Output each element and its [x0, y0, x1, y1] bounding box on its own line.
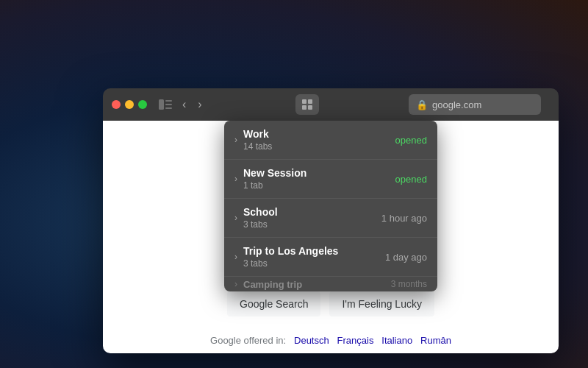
session-name-trip: Trip to Los Angeles — [243, 245, 379, 257]
session-name-work: Work — [243, 128, 390, 140]
maximize-button[interactable] — [138, 100, 147, 109]
nav-buttons: ‹ › — [178, 96, 207, 113]
traffic-lights — [112, 100, 147, 109]
tab-sessions-button[interactable] — [295, 94, 319, 115]
session-item-new-session[interactable]: › New Session 1 tab opened — [224, 160, 437, 199]
session-status-trip: 1 day ago — [385, 252, 427, 263]
svg-rect-2 — [165, 104, 172, 105]
session-name-new-session: New Session — [243, 167, 390, 179]
forward-button[interactable]: › — [193, 96, 206, 113]
sessions-dropdown: › Work 14 tabs opened › New Session 1 ta… — [224, 121, 437, 291]
lock-icon: 🔒 — [416, 99, 428, 110]
url-text: google.com — [432, 99, 481, 110]
session-info-new-session: New Session 1 tab — [243, 167, 390, 191]
session-item-trip[interactable]: › Trip to Los Angeles 3 tabs 1 day ago — [224, 238, 437, 277]
svg-rect-0 — [159, 99, 164, 110]
google-offer: Google offered in: Deutsch Français Ital… — [210, 335, 451, 346]
session-tabs-work: 14 tabs — [243, 141, 390, 152]
session-status-partial: 3 months — [391, 279, 427, 289]
svg-rect-7 — [308, 105, 312, 110]
session-name-school: School — [243, 206, 376, 218]
chevron-right-icon: › — [234, 252, 237, 262]
google-buttons: Google Search I'm Feeling Lucky — [227, 291, 434, 316]
session-status-school: 1 hour ago — [381, 213, 427, 224]
session-item-work[interactable]: › Work 14 tabs opened — [224, 121, 437, 160]
session-item-school[interactable]: › School 3 tabs 1 hour ago — [224, 199, 437, 238]
chevron-right-icon: › — [234, 213, 237, 223]
offer-link-francais[interactable]: Français — [337, 335, 374, 346]
chevron-right-icon: › — [234, 279, 237, 289]
session-tabs-trip: 3 tabs — [243, 258, 379, 269]
session-tabs-school: 3 tabs — [243, 219, 376, 230]
session-info-trip: Trip to Los Angeles 3 tabs — [243, 245, 379, 269]
session-info-work: Work 14 tabs — [243, 128, 390, 152]
offer-text: Google offered in: — [210, 335, 286, 346]
offer-link-italiano[interactable]: Italiano — [381, 335, 412, 346]
session-info-school: School 3 tabs — [243, 206, 376, 230]
browser-window: ‹ › 🔒 google.com › Work — [103, 88, 559, 353]
session-status-new-session: opened — [395, 174, 427, 185]
minimize-button[interactable] — [125, 100, 134, 109]
tab-icon-area — [212, 94, 403, 115]
close-button[interactable] — [112, 100, 121, 109]
address-bar[interactable]: 🔒 google.com — [409, 94, 541, 115]
session-name-partial: Camping trip — [243, 279, 385, 290]
sidebar-toggle-button[interactable] — [159, 99, 172, 110]
session-tabs-new-session: 1 tab — [243, 180, 390, 191]
svg-rect-5 — [308, 99, 312, 104]
back-button[interactable]: ‹ — [178, 96, 190, 113]
svg-rect-4 — [302, 99, 306, 104]
chevron-right-icon: › — [234, 135, 237, 145]
session-info-partial: Camping trip — [243, 279, 385, 290]
chevron-right-icon: › — [234, 174, 237, 184]
session-item-partial[interactable]: › Camping trip 3 months — [224, 277, 437, 291]
svg-rect-3 — [165, 107, 172, 109]
offer-link-deutsch[interactable]: Deutsch — [294, 335, 329, 346]
google-search-button[interactable]: Google Search — [227, 291, 320, 316]
title-bar: ‹ › 🔒 google.com — [103, 88, 559, 121]
session-status-work: opened — [395, 135, 427, 146]
im-feeling-lucky-button[interactable]: I'm Feeling Lucky — [329, 291, 434, 316]
svg-rect-6 — [302, 105, 306, 110]
svg-rect-1 — [165, 100, 172, 102]
offer-link-roman[interactable]: Rumân — [420, 335, 451, 346]
